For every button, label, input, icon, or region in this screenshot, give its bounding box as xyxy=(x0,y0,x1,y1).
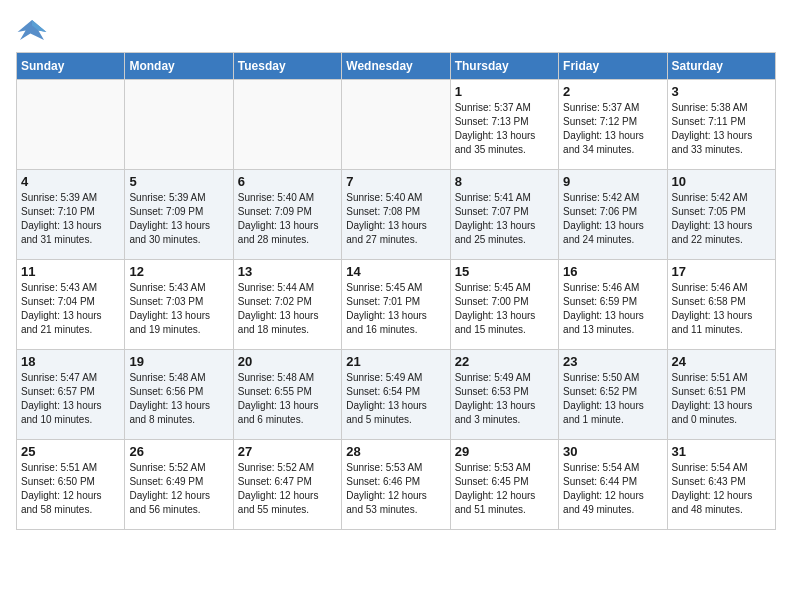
calendar-day-cell: 17Sunrise: 5:46 AM Sunset: 6:58 PM Dayli… xyxy=(667,260,775,350)
calendar-header-row: SundayMondayTuesdayWednesdayThursdayFrid… xyxy=(17,53,776,80)
calendar-day-cell: 26Sunrise: 5:52 AM Sunset: 6:49 PM Dayli… xyxy=(125,440,233,530)
day-info: Sunrise: 5:40 AM Sunset: 7:08 PM Dayligh… xyxy=(346,191,445,247)
calendar-day-cell: 21Sunrise: 5:49 AM Sunset: 6:54 PM Dayli… xyxy=(342,350,450,440)
calendar-day-cell: 24Sunrise: 5:51 AM Sunset: 6:51 PM Dayli… xyxy=(667,350,775,440)
day-of-week-header: Tuesday xyxy=(233,53,341,80)
day-number: 13 xyxy=(238,264,337,279)
day-info: Sunrise: 5:52 AM Sunset: 6:49 PM Dayligh… xyxy=(129,461,228,517)
day-number: 11 xyxy=(21,264,120,279)
calendar-day-cell: 7Sunrise: 5:40 AM Sunset: 7:08 PM Daylig… xyxy=(342,170,450,260)
calendar-day-cell: 6Sunrise: 5:40 AM Sunset: 7:09 PM Daylig… xyxy=(233,170,341,260)
day-number: 29 xyxy=(455,444,554,459)
day-number: 23 xyxy=(563,354,662,369)
day-info: Sunrise: 5:42 AM Sunset: 7:05 PM Dayligh… xyxy=(672,191,771,247)
calendar-day-cell: 2Sunrise: 5:37 AM Sunset: 7:12 PM Daylig… xyxy=(559,80,667,170)
day-number: 30 xyxy=(563,444,662,459)
calendar-day-cell: 30Sunrise: 5:54 AM Sunset: 6:44 PM Dayli… xyxy=(559,440,667,530)
day-info: Sunrise: 5:45 AM Sunset: 7:01 PM Dayligh… xyxy=(346,281,445,337)
calendar-day-cell: 19Sunrise: 5:48 AM Sunset: 6:56 PM Dayli… xyxy=(125,350,233,440)
day-info: Sunrise: 5:43 AM Sunset: 7:04 PM Dayligh… xyxy=(21,281,120,337)
day-info: Sunrise: 5:38 AM Sunset: 7:11 PM Dayligh… xyxy=(672,101,771,157)
day-number: 19 xyxy=(129,354,228,369)
day-of-week-header: Saturday xyxy=(667,53,775,80)
day-number: 10 xyxy=(672,174,771,189)
day-number: 6 xyxy=(238,174,337,189)
day-info: Sunrise: 5:43 AM Sunset: 7:03 PM Dayligh… xyxy=(129,281,228,337)
logo-icon xyxy=(16,16,48,44)
day-number: 2 xyxy=(563,84,662,99)
day-info: Sunrise: 5:52 AM Sunset: 6:47 PM Dayligh… xyxy=(238,461,337,517)
day-info: Sunrise: 5:51 AM Sunset: 6:51 PM Dayligh… xyxy=(672,371,771,427)
calendar-day-cell: 22Sunrise: 5:49 AM Sunset: 6:53 PM Dayli… xyxy=(450,350,558,440)
day-number: 4 xyxy=(21,174,120,189)
day-number: 17 xyxy=(672,264,771,279)
day-info: Sunrise: 5:54 AM Sunset: 6:44 PM Dayligh… xyxy=(563,461,662,517)
day-of-week-header: Thursday xyxy=(450,53,558,80)
day-number: 27 xyxy=(238,444,337,459)
day-number: 26 xyxy=(129,444,228,459)
day-of-week-header: Monday xyxy=(125,53,233,80)
day-info: Sunrise: 5:45 AM Sunset: 7:00 PM Dayligh… xyxy=(455,281,554,337)
day-number: 3 xyxy=(672,84,771,99)
day-number: 21 xyxy=(346,354,445,369)
calendar-day-cell: 8Sunrise: 5:41 AM Sunset: 7:07 PM Daylig… xyxy=(450,170,558,260)
day-info: Sunrise: 5:47 AM Sunset: 6:57 PM Dayligh… xyxy=(21,371,120,427)
day-of-week-header: Wednesday xyxy=(342,53,450,80)
day-info: Sunrise: 5:39 AM Sunset: 7:09 PM Dayligh… xyxy=(129,191,228,247)
day-info: Sunrise: 5:49 AM Sunset: 6:54 PM Dayligh… xyxy=(346,371,445,427)
day-info: Sunrise: 5:37 AM Sunset: 7:13 PM Dayligh… xyxy=(455,101,554,157)
calendar-table: SundayMondayTuesdayWednesdayThursdayFrid… xyxy=(16,52,776,530)
day-info: Sunrise: 5:53 AM Sunset: 6:45 PM Dayligh… xyxy=(455,461,554,517)
calendar-day-cell: 5Sunrise: 5:39 AM Sunset: 7:09 PM Daylig… xyxy=(125,170,233,260)
day-number: 20 xyxy=(238,354,337,369)
calendar-day-cell: 20Sunrise: 5:48 AM Sunset: 6:55 PM Dayli… xyxy=(233,350,341,440)
calendar-day-cell: 25Sunrise: 5:51 AM Sunset: 6:50 PM Dayli… xyxy=(17,440,125,530)
calendar-day-cell xyxy=(342,80,450,170)
day-info: Sunrise: 5:49 AM Sunset: 6:53 PM Dayligh… xyxy=(455,371,554,427)
day-info: Sunrise: 5:46 AM Sunset: 6:58 PM Dayligh… xyxy=(672,281,771,337)
calendar-week-row: 4Sunrise: 5:39 AM Sunset: 7:10 PM Daylig… xyxy=(17,170,776,260)
day-info: Sunrise: 5:48 AM Sunset: 6:56 PM Dayligh… xyxy=(129,371,228,427)
day-info: Sunrise: 5:48 AM Sunset: 6:55 PM Dayligh… xyxy=(238,371,337,427)
day-info: Sunrise: 5:41 AM Sunset: 7:07 PM Dayligh… xyxy=(455,191,554,247)
calendar-week-row: 25Sunrise: 5:51 AM Sunset: 6:50 PM Dayli… xyxy=(17,440,776,530)
calendar-day-cell: 11Sunrise: 5:43 AM Sunset: 7:04 PM Dayli… xyxy=(17,260,125,350)
day-number: 18 xyxy=(21,354,120,369)
day-of-week-header: Friday xyxy=(559,53,667,80)
day-info: Sunrise: 5:50 AM Sunset: 6:52 PM Dayligh… xyxy=(563,371,662,427)
day-number: 5 xyxy=(129,174,228,189)
day-number: 7 xyxy=(346,174,445,189)
day-number: 25 xyxy=(21,444,120,459)
calendar-day-cell: 28Sunrise: 5:53 AM Sunset: 6:46 PM Dayli… xyxy=(342,440,450,530)
calendar-day-cell: 1Sunrise: 5:37 AM Sunset: 7:13 PM Daylig… xyxy=(450,80,558,170)
calendar-day-cell: 10Sunrise: 5:42 AM Sunset: 7:05 PM Dayli… xyxy=(667,170,775,260)
day-info: Sunrise: 5:37 AM Sunset: 7:12 PM Dayligh… xyxy=(563,101,662,157)
day-number: 1 xyxy=(455,84,554,99)
day-number: 14 xyxy=(346,264,445,279)
calendar-day-cell: 9Sunrise: 5:42 AM Sunset: 7:06 PM Daylig… xyxy=(559,170,667,260)
calendar-day-cell: 29Sunrise: 5:53 AM Sunset: 6:45 PM Dayli… xyxy=(450,440,558,530)
calendar-day-cell: 18Sunrise: 5:47 AM Sunset: 6:57 PM Dayli… xyxy=(17,350,125,440)
day-of-week-header: Sunday xyxy=(17,53,125,80)
calendar-day-cell: 31Sunrise: 5:54 AM Sunset: 6:43 PM Dayli… xyxy=(667,440,775,530)
day-number: 24 xyxy=(672,354,771,369)
day-number: 8 xyxy=(455,174,554,189)
day-info: Sunrise: 5:39 AM Sunset: 7:10 PM Dayligh… xyxy=(21,191,120,247)
day-number: 28 xyxy=(346,444,445,459)
day-info: Sunrise: 5:40 AM Sunset: 7:09 PM Dayligh… xyxy=(238,191,337,247)
day-info: Sunrise: 5:51 AM Sunset: 6:50 PM Dayligh… xyxy=(21,461,120,517)
calendar-day-cell xyxy=(233,80,341,170)
calendar-day-cell: 14Sunrise: 5:45 AM Sunset: 7:01 PM Dayli… xyxy=(342,260,450,350)
calendar-day-cell: 12Sunrise: 5:43 AM Sunset: 7:03 PM Dayli… xyxy=(125,260,233,350)
calendar-day-cell: 15Sunrise: 5:45 AM Sunset: 7:00 PM Dayli… xyxy=(450,260,558,350)
day-info: Sunrise: 5:42 AM Sunset: 7:06 PM Dayligh… xyxy=(563,191,662,247)
logo xyxy=(16,16,52,44)
day-number: 16 xyxy=(563,264,662,279)
day-number: 22 xyxy=(455,354,554,369)
calendar-day-cell: 13Sunrise: 5:44 AM Sunset: 7:02 PM Dayli… xyxy=(233,260,341,350)
day-info: Sunrise: 5:46 AM Sunset: 6:59 PM Dayligh… xyxy=(563,281,662,337)
day-info: Sunrise: 5:44 AM Sunset: 7:02 PM Dayligh… xyxy=(238,281,337,337)
calendar-week-row: 1Sunrise: 5:37 AM Sunset: 7:13 PM Daylig… xyxy=(17,80,776,170)
calendar-day-cell xyxy=(17,80,125,170)
calendar-day-cell: 16Sunrise: 5:46 AM Sunset: 6:59 PM Dayli… xyxy=(559,260,667,350)
